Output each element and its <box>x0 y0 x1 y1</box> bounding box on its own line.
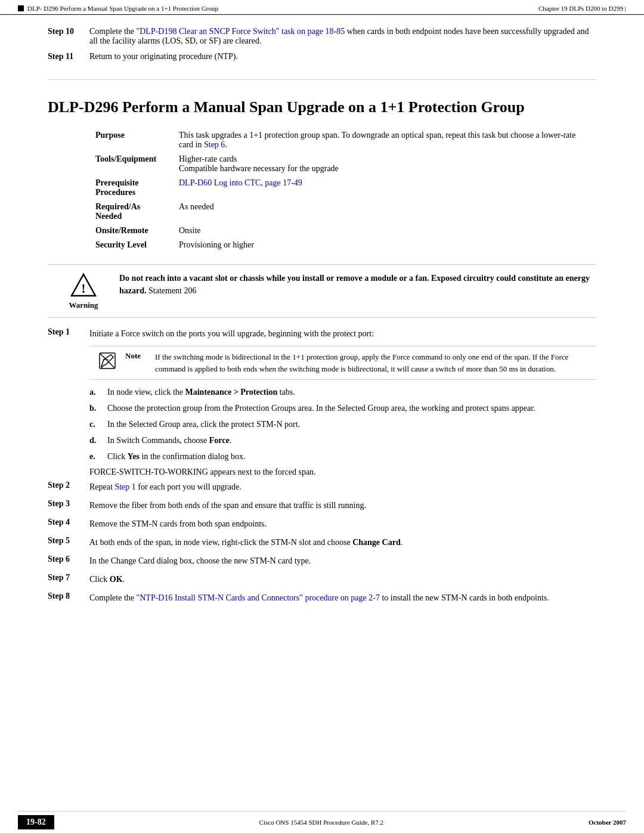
page-header: DLP- D296 Perform a Manual Span Upgrade … <box>0 0 644 15</box>
required-label: Required/As Needed <box>48 200 167 224</box>
required-value: As needed <box>167 200 596 224</box>
prereq-label: Prerequisite Procedures <box>48 176 167 200</box>
step-11-row: Step 11 Return to your originating proce… <box>48 52 596 61</box>
note-label: Note <box>125 351 155 361</box>
prereq-value: DLP-D60 Log into CTC, page 17-49 <box>167 176 596 200</box>
step-10-link[interactable]: "DLP-D198 Clear an SNCP Force Switch" ta… <box>137 27 345 36</box>
purpose-row: Purpose This task upgrades a 1+1 protect… <box>48 128 596 152</box>
required-row: Required/As Needed As needed <box>48 200 596 224</box>
onsite-value: Onsite <box>167 224 596 238</box>
sub-steps: a. In node view, click the Maintenance >… <box>89 386 596 463</box>
header-square-icon <box>18 5 24 11</box>
force-switch-text: FORCE-SWITCH-TO-WORKING appears next to … <box>89 467 596 477</box>
step-6-row: Step 6 In the Change Card dialog box, ch… <box>48 555 596 567</box>
warning-section: ! Warning Do not reach into a vacant slo… <box>48 264 596 318</box>
page-footer: 19-82 Cisco ONS 15454 SDH Procedure Guid… <box>0 811 644 833</box>
security-value: Provisioning or higher <box>167 238 596 252</box>
purpose-table: Purpose This task upgrades a 1+1 protect… <box>48 128 596 252</box>
step-6-content: In the Change Card dialog box, choose th… <box>89 555 596 567</box>
header-breadcrumb: DLP- D296 Perform a Manual Span Upgrade … <box>27 5 218 12</box>
tools-row: Tools/Equipment Higher-rate cards Compat… <box>48 152 596 176</box>
step-10-row: Step 10 Complete the "DLP-D198 Clear an … <box>48 27 596 46</box>
sub-step-b-content: Choose the protection group from the Pro… <box>107 402 596 414</box>
note-content: If the switching mode is bidirectional i… <box>155 351 596 374</box>
step-11-label: Step 11 <box>48 52 89 61</box>
note-pencil-icon <box>98 351 117 370</box>
sub-step-e-content: Click Yes in the confirmation dialog box… <box>107 450 596 463</box>
sub-step-e: e. Click Yes in the confirmation dialog … <box>89 450 596 463</box>
tools-label: Tools/Equipment <box>48 152 167 176</box>
step-10-content: Complete the "DLP-D198 Clear an SNCP For… <box>89 27 596 46</box>
sub-step-a: a. In node view, click the Maintenance >… <box>89 386 596 398</box>
step-2-label: Step 2 <box>48 481 89 490</box>
warning-plain-text: Statement 206 <box>147 286 197 295</box>
footer-content: 19-82 Cisco ONS 15454 SDH Procedure Guid… <box>0 812 644 833</box>
step-8-label: Step 8 <box>48 592 89 601</box>
main-content: Step 10 Complete the "DLP-D198 Clear an … <box>0 15 644 658</box>
onsite-row: Onsite/Remote Onsite <box>48 224 596 238</box>
step1-link[interactable]: Step 1 <box>114 482 135 491</box>
section-divider <box>48 79 596 80</box>
purpose-value: This task upgrades a 1+1 protection grou… <box>167 128 596 152</box>
step-1-content: Initiate a Force switch on the ports you… <box>89 327 596 340</box>
prior-steps: Step 10 Complete the "DLP-D198 Clear an … <box>48 27 596 61</box>
sub-step-c-content: In the Selected Group area, click the pr… <box>107 418 596 431</box>
onsite-label: Onsite/Remote <box>48 224 167 238</box>
sub-step-c-label: c. <box>89 418 107 431</box>
warning-triangle-icon: ! <box>70 272 97 298</box>
step-4-row: Step 4 Remove the STM-N cards from both … <box>48 518 596 530</box>
sub-step-d-label: d. <box>89 434 107 447</box>
note-section: Note If the switching mode is bidirectio… <box>89 346 596 380</box>
warning-content: Do not reach into a vacant slot or chass… <box>119 272 596 297</box>
step-6-label: Step 6 <box>48 555 89 564</box>
step-4-label: Step 4 <box>48 518 89 527</box>
step-7-content: Click OK. <box>89 573 596 586</box>
step-2-row: Step 2 Repeat Step 1 for each port you w… <box>48 481 596 493</box>
security-label: Security Level <box>48 238 167 252</box>
step6-link[interactable]: Step 6 <box>204 140 225 149</box>
sub-step-c: c. In the Selected Group area, click the… <box>89 418 596 431</box>
sub-step-a-content: In node view, click the Maintenance > Pr… <box>107 386 596 398</box>
step-11-content: Return to your originating procedure (NT… <box>89 52 596 61</box>
step-3-label: Step 3 <box>48 499 89 509</box>
step-10-text-before: Complete the <box>89 27 137 36</box>
step-1-label: Step 1 <box>48 327 89 337</box>
section-title: DLP-D296 Perform a Manual Span Upgrade o… <box>48 98 596 116</box>
step-10-label: Step 10 <box>48 27 89 46</box>
header-chapter: Chapter 19 DLPs D200 to D299 | <box>538 5 626 12</box>
step-5-content: At both ends of the span, in node view, … <box>89 536 596 549</box>
warning-label: Warning <box>69 301 98 310</box>
sub-step-a-label: a. <box>89 386 107 398</box>
sub-step-b-label: b. <box>89 402 107 414</box>
main-steps: Step 1 Initiate a Force switch on the po… <box>48 327 596 604</box>
tools-value: Higher-rate cards Compatible hardware ne… <box>167 152 596 176</box>
step-8-row: Step 8 Complete the "NTP-D16 Install STM… <box>48 592 596 604</box>
step-5-label: Step 5 <box>48 536 89 546</box>
purpose-label: Purpose <box>48 128 167 152</box>
step-4-content: Remove the STM-N cards from both span en… <box>89 518 596 530</box>
sub-step-d: d. In Switch Commands, choose Force. <box>89 434 596 447</box>
prereq-link[interactable]: DLP-D60 Log into CTC, page 17-49 <box>179 178 302 187</box>
step-5-row: Step 5 At both ends of the span, in node… <box>48 536 596 549</box>
footer-guide-text: Cisco ONS 15454 SDH Procedure Guide, R7.… <box>259 819 383 826</box>
step-2-content: Repeat Step 1 for each port you will upg… <box>89 481 596 493</box>
footer-page-number: 19-82 <box>18 815 54 829</box>
prereq-row: Prerequisite Procedures DLP-D60 Log into… <box>48 176 596 200</box>
ntp-d16-link[interactable]: "NTP-D16 Install STM-N Cards and Connect… <box>137 593 380 602</box>
security-row: Security Level Provisioning or higher <box>48 238 596 252</box>
step-1-row: Step 1 Initiate a Force switch on the po… <box>48 327 596 340</box>
header-left: DLP- D296 Perform a Manual Span Upgrade … <box>18 5 218 12</box>
note-icon-area <box>89 351 125 370</box>
step-3-content: Remove the fiber from both ends of the s… <box>89 499 596 512</box>
svg-text:!: ! <box>81 281 85 296</box>
step-7-row: Step 7 Click OK. <box>48 573 596 586</box>
step-3-row: Step 3 Remove the fiber from both ends o… <box>48 499 596 512</box>
step-8-content: Complete the "NTP-D16 Install STM-N Card… <box>89 592 596 604</box>
warning-left: ! Warning <box>48 272 119 310</box>
sub-step-d-content: In Switch Commands, choose Force. <box>107 434 596 447</box>
footer-date: October 2007 <box>589 819 626 826</box>
sub-step-b: b. Choose the protection group from the … <box>89 402 596 414</box>
step-7-label: Step 7 <box>48 573 89 583</box>
sub-step-e-label: e. <box>89 450 107 463</box>
